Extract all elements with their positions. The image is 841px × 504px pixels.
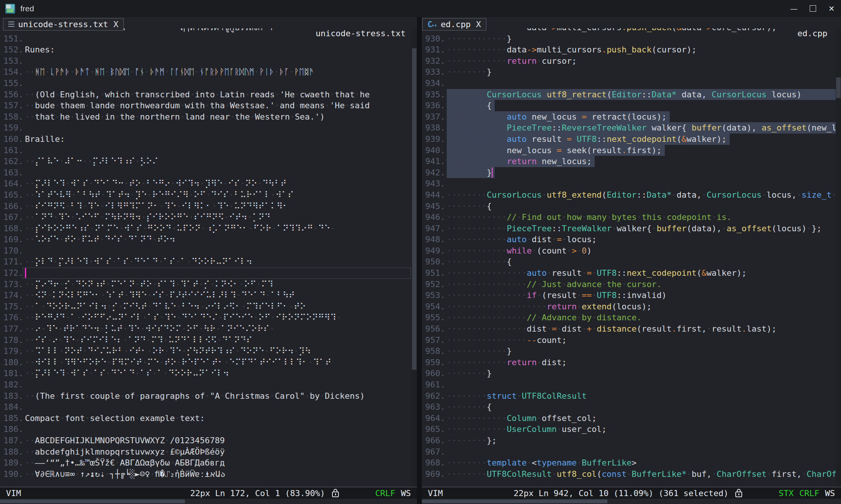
code-line[interactable]: 960.········} xyxy=(422,368,841,379)
code-line[interactable]: 161. xyxy=(0,145,417,156)
code-line[interactable]: 162.··⡌⠁⠧⠑·⠼⠁⠒··⡍⠜⠇⠑⠹⠰⠎·⡣⠕⠌ xyxy=(0,156,417,167)
code-line[interactable]: 186. xyxy=(0,424,417,435)
vertical-scrollbar[interactable] xyxy=(836,17,841,487)
code-line[interactable]: 189.··–—‘“”„†•…‰™œŠŸž€·ΑΒΓΔΩαβγδω·АБВГДа… xyxy=(0,457,417,469)
code-line[interactable]: 179.··⠩⠁⠇⠇·⠝⠕⠞·⠙⠊⠌⠥⠗⠃·⠊⠞⠂·⠕⠗·⠹⠑·⡊⠳⠝⠞⠗⠹⠰⠎… xyxy=(0,346,417,357)
code-line[interactable]: 940.············new_locus·=·seek(result.… xyxy=(422,145,841,156)
code-line[interactable]: 170. xyxy=(0,245,417,257)
vertical-scrollbar[interactable] xyxy=(412,17,417,487)
code-line[interactable]: 168.··⡎⠊⠗⠕⠕⠛⠑⠰⠎·⠝⠁⠍⠑·⠺⠁⠎·⠛⠕⠕⠙·⠥⠏⠕⠝·⠰⡡⠁⠝⠛… xyxy=(0,223,417,234)
horizontal-scrollbar-thumb[interactable] xyxy=(422,499,607,503)
maximize-button[interactable] xyxy=(803,0,822,17)
horizontal-scrollbar[interactable] xyxy=(422,499,841,504)
code-line[interactable]: 155. xyxy=(0,78,417,89)
code-line[interactable]: 957.················--count; xyxy=(422,335,841,346)
code-line[interactable]: 158.··that·he·lived·in·the·northern·land… xyxy=(0,111,417,123)
vertical-scrollbar-thumb[interactable] xyxy=(836,77,841,98)
tab-unicode-stress-txt[interactable]: unicode-stress.txt X xyxy=(3,18,124,31)
code-line[interactable]: 187.··ABCDEFGHIJKLMNOPQRSTUVWXYZ·/012345… xyxy=(0,435,417,446)
code-line[interactable]: 167.··⠁⠝⠙·⠹⠑·⠡⠊⠑⠋·⠍⠳⠗⠝⠻⠲·⡎⠊⠗⠕⠕⠛⠑·⠎⠊⠛⠝⠫·⠊… xyxy=(0,212,417,223)
code-line[interactable]: 951.················auto·result·=·UTF8::… xyxy=(422,267,841,279)
tab-close-icon[interactable]: X xyxy=(113,20,118,29)
code-line[interactable]: 154.··ᚻᛖ·ᚳᚹᚫᚦ·ᚦᚫᛏ·ᚻᛖ·ᛒᚢᛞᛖ·ᚩᚾ·ᚦᚫᛗ·ᛚᚪᚾᛞᛖ·ᚾ… xyxy=(0,66,417,78)
code-line[interactable]: 959.············return·dist; xyxy=(422,357,841,368)
close-button[interactable]: ✕ xyxy=(822,0,841,17)
code-line[interactable]: 936.········{ xyxy=(422,100,841,111)
code-line[interactable]: 157.··bude·thaem·lande·northweardum·with… xyxy=(0,100,417,111)
code-line[interactable]: 942.········} xyxy=(422,167,841,178)
code-line[interactable]: 966.········}; xyxy=(422,435,841,446)
token: extend xyxy=(582,302,612,311)
code-line[interactable]: 174.··⠪⠝·⠅⠝⠪⠇⠫⠛⠑⠂·⠱⠁⠞·⠹⠻⠑·⠊⠎·⠏⠜⠞⠊⠊⠊⠥⠇⠜⠇⠹… xyxy=(0,290,417,301)
code-line[interactable]: 939.············auto·result·=·UTF8::next… xyxy=(422,134,841,145)
code-line[interactable]: 967. xyxy=(422,446,841,458)
code-line[interactable]: 182. xyxy=(0,379,417,390)
code-line[interactable]: 175.··⠁·⠙⠕⠕⠗⠤⠝⠁⠊⠇⠲·⡊·⠍⠊⠣⠞·⠙⠁⠧⠑·⠃⠑⠲·⠔⠊⠇⠔⠫… xyxy=(0,301,417,312)
code-line[interactable]: 160.Braille: xyxy=(0,134,417,145)
code-line[interactable]: 163. xyxy=(0,167,417,178)
code-line[interactable]: 152.Runes: xyxy=(0,44,417,55)
tab-ed-cpp[interactable]: C++ ed.cpp X xyxy=(422,18,486,31)
code-text: ··⡍⠜⠇⠑⠹·⠺⠁⠎·⠙⠑⠁⠙⠒·⠞⠕·⠃⠑⠛⠔·⠺⠊⠹⠲·⡹⠻⠑·⠊⠎·⠝⠕… xyxy=(25,178,287,189)
code-line[interactable]: 188.··abcdefghijklmnopqrstuvwxyz·£©µÀÆÖÞ… xyxy=(0,446,417,458)
code-line[interactable]: 172. xyxy=(0,267,417,279)
horizontal-scrollbar[interactable] xyxy=(0,499,417,504)
code-line[interactable]: 955.················//·Advance·by·distan… xyxy=(422,312,841,323)
code-line[interactable]: 969.········UTF8ColResult·utf8_col(const… xyxy=(422,469,841,480)
horizontal-scrollbar-thumb[interactable] xyxy=(0,499,185,503)
code-line[interactable]: 964.············Column·offset_col; xyxy=(422,413,841,424)
code-line[interactable]: 934. xyxy=(422,78,841,89)
code-line[interactable]: 937.············auto·new_locus·=·retract… xyxy=(422,111,841,123)
code-line[interactable]: 176.··⠗⠑⠛⠜⠙·⠁·⠊⠕⠋⠋⠔⠤⠝⠁⠊⠇·⠁⠎·⠹⠑·⠙⠑⠁⠙⠑⠌·⠏⠊… xyxy=(0,312,417,323)
tab-close-icon[interactable]: X xyxy=(476,20,481,29)
code-line[interactable]: 958.············} xyxy=(422,346,841,357)
code-line[interactable]: 933.········} xyxy=(422,66,841,78)
code-line[interactable]: 952.················//·Just·advance·the·… xyxy=(422,279,841,290)
code-line[interactable]: 177.··⠔·⠹⠑·⠞⠗⠁⠙⠑⠲·⡃⠥⠞·⠹⠑·⠺⠊⠎⠙⠕⠍·⠕⠋·⠳⠗·⠁⠝… xyxy=(0,323,417,335)
code-line[interactable]: 944.········CursorLocus·utf8_extend(Edit… xyxy=(422,189,841,201)
code-line[interactable]: 190.··∀∂∈ℝ∧∪≡∞·↑↗↨↻⇣·┐┼╔╘░►☺♀·ﬁ�⑀₂ἠḂӥẄɐː… xyxy=(0,469,417,480)
code-line[interactable]: 938.············PieceTree::ReverseTreeWa… xyxy=(422,122,841,134)
code-line[interactable]: 183.··(The·first·couple·of·paragraphs·of… xyxy=(0,390,417,402)
code-line[interactable]: 930.············} xyxy=(422,33,841,45)
code-line[interactable]: 169.··⠡⠕⠎⠑·⠞⠕·⠏⠥⠞·⠙⠊⠎·⠙⠁⠝⠙·⠞⠕⠲ xyxy=(0,234,417,245)
code-line[interactable]: 185.Compact·font·selection·example·text: xyxy=(0,413,417,424)
token: ) xyxy=(587,246,592,255)
code-line[interactable]: 184. xyxy=(0,401,417,413)
token: cursor. xyxy=(627,280,662,289)
code-line[interactable]: 953.················if·(result·==·UTF8::… xyxy=(422,290,841,301)
code-line[interactable]: 950.············{ xyxy=(422,256,841,267)
token: ⠎⠁⠹ xyxy=(157,280,175,289)
code-line[interactable]: 956.················dist·=·dist·+·distan… xyxy=(422,323,841,335)
code-line[interactable]: 941.············return·new_locus; xyxy=(422,156,841,167)
vertical-scrollbar-thumb[interactable] xyxy=(412,48,417,370)
code-line[interactable]: 968.········template·<typename·BufferLik… xyxy=(422,457,841,469)
code-line[interactable]: 943. xyxy=(422,178,841,189)
code-line[interactable]: 159. xyxy=(0,122,417,134)
code-line[interactable]: 931.············data->multi_cursors.push… xyxy=(422,44,841,55)
code-line[interactable]: 932.············return·cursor; xyxy=(422,55,841,67)
code-line[interactable]: 946.············//·Find·out·how·many·byt… xyxy=(422,212,841,223)
code-line[interactable]: 164.··⡍⠜⠇⠑⠹·⠺⠁⠎·⠙⠑⠁⠙⠒·⠞⠕·⠃⠑⠛⠔·⠺⠊⠹⠲·⡹⠻⠑·⠊… xyxy=(0,178,417,189)
code-line[interactable]: 947.············PieceTree::TreeWalker·wa… xyxy=(422,223,841,234)
code-line[interactable]: 961. xyxy=(422,379,841,390)
minimize-button[interactable]: — xyxy=(784,0,803,17)
code-line[interactable]: 949.············while·(count·>·0) xyxy=(422,245,841,257)
code-line[interactable]: 153. xyxy=(0,55,417,67)
code-line[interactable]: 171.··⡕⠇⠙·⡍⠜⠇⠑⠹·⠺⠁⠎·⠁⠎·⠙⠑⠁⠙·⠁⠎·⠁·⠙⠕⠕⠗⠤⠝⠁… xyxy=(0,256,417,267)
code-line[interactable]: 166.··⠎⠊⠛⠝⠫·⠃⠹·⠹⠑·⠊⠇⠻⠛⠹⠍⠁⠝⠂·⠹⠑·⠊⠇⠻⠅⠂·⠹⠑·… xyxy=(0,201,417,212)
code-line[interactable]: 965.············UserColumn·user_col; xyxy=(422,424,841,435)
code-line[interactable]: 963.········{ xyxy=(422,401,841,413)
code-line[interactable]: 945.········{ xyxy=(422,201,841,212)
code-line[interactable]: 180.··⠺⠊⠇⠇·⠹⠻⠑⠋⠕⠗⠑·⠏⠻⠍⠊⠞·⠍⠑·⠞⠕·⠗⠑⠏⠑⠁⠞⠂·⠑… xyxy=(0,357,417,368)
code-line[interactable]: 935.········CursorLocus·utf8_retract(Edi… xyxy=(422,89,841,100)
code-line[interactable]: 178.··⠊⠎·⠔·⠹⠑·⠎⠊⠍⠊⠇⠑⠆·⠁⠝⠙·⠍⠹·⠥⠝⠙⠁⠇⠇⠪⠫·⠙⠁… xyxy=(0,335,417,346)
code-line[interactable]: 156.··(Old·English,·which·transcribed·in… xyxy=(0,89,417,100)
code-line[interactable]: 962.········struct·UTF8ColResult xyxy=(422,390,841,402)
code-line[interactable]: 173.··⡍⠔⠙⠖·⡊·⠙⠕⠝⠰⠞·⠍⠑⠁⠝·⠞⠕·⠎⠁⠹·⠹⠁⠞·⡊·⠅⠝⠪… xyxy=(0,279,417,290)
whitespace-dots: · xyxy=(622,280,627,289)
code-line[interactable]: 948.············auto·dist·=·locus; xyxy=(422,234,841,245)
code-line[interactable]: 181.··⡍⠜⠇⠑⠹·⠺⠁⠎·⠁⠎·⠙⠑⠁⠙·⠁⠎·⠁·⠙⠕⠕⠗⠤⠝⠁⠊⠇⠲ xyxy=(0,368,417,379)
code-line[interactable]: 165.··⠱⠁⠞⠑⠧⠻·⠁⠃⠳⠞·⠹⠁⠞⠲·⡹⠑·⠗⠑⠛⠊⠌⠻·⠕⠋·⠙⠊⠎·… xyxy=(0,189,417,201)
code-line[interactable]: 954.····················return·extend(lo… xyxy=(422,301,841,312)
